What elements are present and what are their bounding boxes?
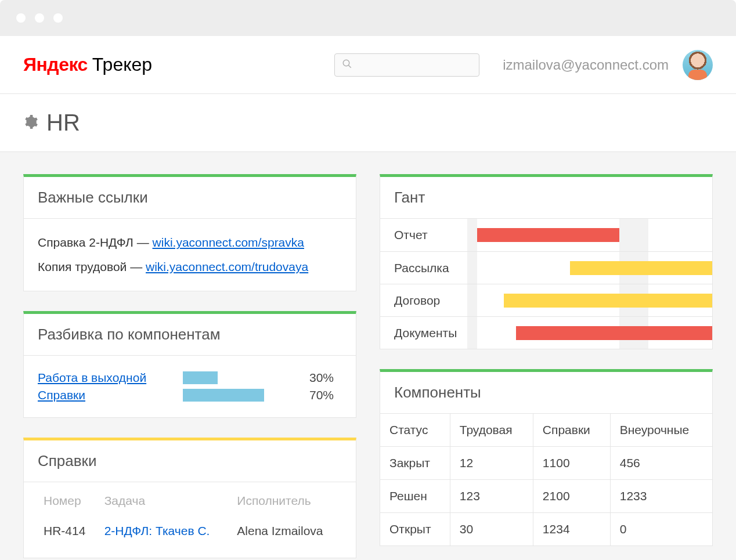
user-email[interactable]: izmailova@yaconnect.com	[503, 57, 669, 73]
link-dash: —	[134, 236, 153, 249]
gantt-label: Рассылка	[380, 261, 467, 275]
page-title: HR	[46, 110, 80, 136]
breakdown-row: Справки 70%	[38, 388, 342, 402]
window-titlebar	[0, 0, 736, 36]
gantt-track	[467, 252, 712, 284]
table-row: Решен 123 2100 1233	[380, 480, 713, 513]
panel-title: Компоненты	[380, 372, 712, 414]
app-header: Яндекс Трекер izmailova@yaconnect.com	[0, 36, 736, 94]
panel-title: Важные ссылки	[24, 177, 356, 219]
col-spravki: Справки	[533, 414, 610, 447]
cell: Закрыт	[380, 447, 450, 480]
gantt-bar[interactable]	[570, 261, 712, 275]
gantt-label: Отчет	[380, 228, 467, 242]
link-url[interactable]: wiki.yaconnect.com/trudovaya	[146, 260, 308, 273]
gantt-bar[interactable]	[516, 326, 712, 340]
svg-line-1	[348, 65, 351, 68]
breakdown-bar	[183, 371, 218, 384]
ticket-id: HR-414	[38, 516, 99, 546]
cell: 0	[610, 513, 712, 546]
avatar[interactable]	[683, 50, 713, 80]
search-icon	[342, 59, 352, 71]
gantt-body: Отчет Рассылка Договор	[380, 219, 712, 349]
cell: 1233	[610, 480, 712, 513]
link-dash: —	[127, 260, 146, 273]
cell: 12	[450, 447, 533, 480]
col-trudovaya: Трудовая	[450, 414, 533, 447]
search-input[interactable]	[357, 60, 473, 70]
breakdown-row: Работа в выходной 30%	[38, 371, 342, 385]
page-title-bar: HR	[0, 94, 736, 152]
panel-gantt: Гант Отчет Рассылка До	[380, 174, 713, 349]
link-label: Копия трудовой	[38, 260, 127, 273]
link-url[interactable]: wiki.yaconnect.com/spravka	[153, 236, 304, 249]
breakdown-bar-wrap	[183, 371, 299, 384]
col-id: Номер	[38, 486, 99, 516]
panel-body: Справка 2-НДФЛ — wiki.yaconnect.com/spra…	[24, 219, 356, 291]
window-dot-max[interactable]	[53, 13, 63, 23]
table-row[interactable]: HR-414 2-НДФЛ: Ткачев С. Alena Izmailova	[38, 516, 342, 546]
components-table: Статус Трудовая Справки Внеурочные Закры…	[380, 413, 713, 546]
cell: 30	[450, 513, 533, 546]
breakdown-pct: 70%	[309, 388, 334, 402]
breakdown-label[interactable]: Работа в выходной	[38, 371, 183, 385]
dashboard: Важные ссылки Справка 2-НДФЛ — wiki.yaco…	[0, 152, 736, 560]
gantt-track	[467, 317, 712, 349]
gantt-row: Рассылка	[380, 251, 712, 284]
window-dot-close[interactable]	[16, 13, 26, 23]
cell: Открыт	[380, 513, 450, 546]
gantt-bar[interactable]	[504, 294, 712, 308]
dashboard-col-right: Гант Отчет Рассылка До	[380, 174, 713, 538]
search-input-wrap[interactable]	[334, 53, 479, 77]
breakdown-bar-wrap	[183, 389, 299, 402]
svg-point-0	[343, 60, 349, 66]
tickets-table: Номер Задача Исполнитель HR-414 2-НДФЛ: …	[38, 486, 342, 546]
ticket-assignee: Alena Izmailova	[231, 516, 342, 546]
panel-body: Работа в выходной 30% Справки 70%	[24, 356, 356, 417]
window-dot-min[interactable]	[35, 13, 44, 23]
gear-icon[interactable]	[23, 114, 38, 132]
panel-components: Компоненты Статус Трудовая Справки Внеур…	[380, 369, 713, 546]
gantt-track	[467, 219, 712, 251]
panel-title: Разбивка по компонентам	[24, 314, 356, 356]
panel-title: Гант	[380, 177, 712, 219]
col-assignee: Исполнитель	[231, 486, 342, 516]
link-row: Копия трудовой — wiki.yaconnect.com/trud…	[38, 255, 342, 279]
cell: 1234	[533, 513, 610, 546]
col-task: Задача	[99, 486, 232, 516]
link-row: Справка 2-НДФЛ — wiki.yaconnect.com/spra…	[38, 230, 342, 255]
gantt-bar[interactable]	[477, 228, 619, 242]
cell: 1100	[533, 447, 610, 480]
dashboard-col-left: Важные ссылки Справка 2-НДФЛ — wiki.yaco…	[23, 174, 356, 538]
logo-product: Трекер	[92, 54, 152, 75]
breakdown-bar	[183, 389, 264, 402]
panel-important-links: Важные ссылки Справка 2-НДФЛ — wiki.yaco…	[23, 174, 356, 291]
gantt-label: Документы	[380, 326, 467, 340]
table-row: Закрыт 12 1100 456	[380, 447, 713, 480]
table-header-row: Номер Задача Исполнитель	[38, 486, 342, 516]
cell: 123	[450, 480, 533, 513]
col-status: Статус	[380, 414, 450, 447]
cell: 456	[610, 447, 712, 480]
table-row: Открыт 30 1234 0	[380, 513, 713, 546]
table-header-row: Статус Трудовая Справки Внеурочные	[380, 414, 713, 447]
gantt-row: Отчет	[380, 219, 712, 251]
gantt-row: Документы	[380, 316, 712, 349]
logo-brand: Яндекс	[23, 54, 88, 75]
breakdown-label[interactable]: Справки	[38, 388, 183, 402]
ticket-task[interactable]: 2-НДФЛ: Ткачев С.	[99, 516, 232, 546]
panel-title: Справки	[24, 440, 356, 482]
gantt-row: Договор	[380, 284, 712, 316]
panel-tickets: Справки Номер Задача Исполнитель HR-414 …	[23, 438, 356, 558]
panel-body: Номер Задача Исполнитель HR-414 2-НДФЛ: …	[24, 482, 356, 558]
gantt-label: Договор	[380, 294, 467, 308]
cell: Решен	[380, 480, 450, 513]
link-label: Справка 2-НДФЛ	[38, 236, 134, 249]
breakdown-pct: 30%	[309, 371, 334, 385]
panel-breakdown: Разбивка по компонентам Работа в выходно…	[23, 311, 356, 418]
app-logo[interactable]: Яндекс Трекер	[23, 54, 152, 75]
cell: 2100	[533, 480, 610, 513]
col-vneurochnye: Внеурочные	[610, 414, 712, 447]
gantt-track	[467, 284, 712, 316]
